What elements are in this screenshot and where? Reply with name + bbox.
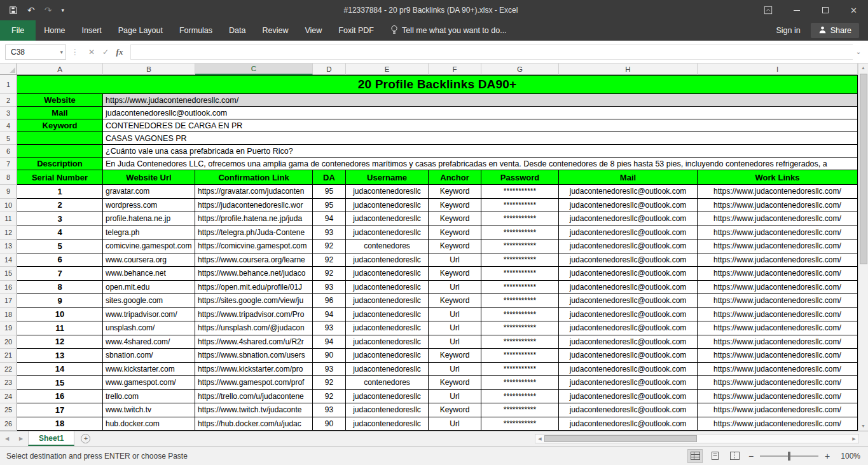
ribbon-display-options-icon[interactable] <box>754 0 782 20</box>
cell-E9[interactable]: judacontenedoresllc <box>346 185 429 199</box>
cell-D24[interactable]: 92 <box>313 390 346 404</box>
cell-H9[interactable]: judacontenedoresllc@outlook.com <box>559 185 698 199</box>
cell-H20[interactable]: judacontenedoresllc@outlook.com <box>559 335 698 349</box>
row-header-25[interactable]: 25 <box>0 403 17 417</box>
cell-F13[interactable]: Keyword <box>429 239 481 253</box>
cell-G12[interactable]: *********** <box>481 226 559 240</box>
horizontal-scrollbar-thumb[interactable] <box>544 435 697 442</box>
cell-A25[interactable]: 17 <box>17 403 103 417</box>
ribbon-tab-data[interactable]: Data <box>221 20 254 41</box>
cell-A3[interactable]: Mail <box>17 107 103 119</box>
cell-H14[interactable]: judacontenedoresllc@outlook.com <box>559 253 698 267</box>
sheet-nav-left-icon[interactable]: ◀ <box>0 431 14 446</box>
cell-I8[interactable]: Work Links <box>698 170 858 185</box>
column-header-D[interactable]: D <box>313 64 346 75</box>
name-box[interactable]: C38 ▾ <box>5 44 66 60</box>
cell-I18[interactable]: https://www.judacontenedoresllc.com/ <box>698 308 858 322</box>
row-header-14[interactable]: 14 <box>0 253 17 267</box>
cell-A21[interactable]: 13 <box>17 349 103 363</box>
cell-C9[interactable]: https://gravatar.com/judaconten <box>195 185 313 199</box>
cell-A9[interactable]: 1 <box>17 185 103 199</box>
cell-F12[interactable]: Keyword <box>429 226 481 240</box>
zoom-slider[interactable] <box>760 451 818 461</box>
cell-E10[interactable]: judacontenedoresllc <box>346 199 429 213</box>
page-break-view-icon[interactable] <box>727 449 742 463</box>
cell-F19[interactable]: Url <box>429 321 481 335</box>
vertical-scrollbar[interactable]: ▲ ▼ <box>858 64 868 431</box>
cell-G9[interactable]: *********** <box>481 185 559 199</box>
cell-I9[interactable]: https://www.judacontenedoresllc.com/ <box>698 185 858 199</box>
cell-A24[interactable]: 16 <box>17 390 103 404</box>
cell-H8[interactable]: Mail <box>559 170 698 185</box>
cell-B3[interactable]: judacontenedoresllc@outlook.com <box>103 107 858 119</box>
cell-A20[interactable]: 12 <box>17 335 103 349</box>
cell-E21[interactable]: judacontenedoresllc <box>346 349 429 363</box>
cell-H18[interactable]: judacontenedoresllc@outlook.com <box>559 308 698 322</box>
cell-F20[interactable]: Url <box>429 335 481 349</box>
share-button[interactable]: Share <box>811 23 859 38</box>
cell-H12[interactable]: judacontenedoresllc@outlook.com <box>559 226 698 240</box>
row-header-5[interactable]: 5 <box>0 132 17 145</box>
cancel-icon[interactable]: ✕ <box>85 48 99 57</box>
cell-I26[interactable]: https://www.judacontenedoresllc.com/ <box>698 417 858 431</box>
cell-B19[interactable]: unsplash.com/ <box>103 321 195 335</box>
formula-bar-expand-icon[interactable]: ⌄ <box>853 48 864 55</box>
cell-B4[interactable]: CONTENEDORES DE CARGA EN PR <box>103 119 858 132</box>
cell-H17[interactable]: judacontenedoresllc@outlook.com <box>559 294 698 308</box>
cell-G24[interactable]: *********** <box>481 390 559 404</box>
cell-A14[interactable]: 6 <box>17 253 103 267</box>
cell-A7[interactable]: Description <box>17 158 103 170</box>
page-layout-view-icon[interactable] <box>707 449 722 463</box>
row-header-11[interactable]: 11 <box>0 212 17 226</box>
cell-C8[interactable]: Confirmation Link <box>195 170 313 185</box>
cell-G19[interactable]: *********** <box>481 321 559 335</box>
cell-C23[interactable]: https://www.gamespot.com/prof <box>195 376 313 390</box>
undo-icon[interactable]: ↶ <box>27 6 35 15</box>
cell-F25[interactable]: Keyword <box>429 403 481 417</box>
row-header-16[interactable]: 16 <box>0 281 17 295</box>
ribbon-tab-view[interactable]: View <box>296 20 330 41</box>
cell-D10[interactable]: 95 <box>313 199 346 213</box>
zoom-out-icon[interactable]: − <box>747 451 755 461</box>
minimize-button[interactable] <box>782 0 811 20</box>
cell-I25[interactable]: https://www.judacontenedoresllc.com/ <box>698 403 858 417</box>
cell-A19[interactable]: 11 <box>17 321 103 335</box>
cell-G11[interactable]: *********** <box>481 212 559 226</box>
cell-B10[interactable]: wordpress.com <box>103 199 195 213</box>
cell-A11[interactable]: 3 <box>17 212 103 226</box>
row-header-6[interactable]: 6 <box>0 145 17 158</box>
cell-A12[interactable]: 4 <box>17 226 103 240</box>
cell-B18[interactable]: www.tripadvisor.com/ <box>103 308 195 322</box>
column-header-G[interactable]: G <box>481 64 559 75</box>
cell-F9[interactable]: Keyword <box>429 185 481 199</box>
cell-G20[interactable]: *********** <box>481 335 559 349</box>
scroll-right-icon[interactable]: ▶ <box>850 435 858 443</box>
cell-E19[interactable]: judacontenedoresllc <box>346 321 429 335</box>
cell-C22[interactable]: https://www.kickstarter.com/pro <box>195 363 313 377</box>
cell-A10[interactable]: 2 <box>17 199 103 213</box>
cell-B24[interactable]: trello.com <box>103 390 195 404</box>
column-header-F[interactable]: F <box>429 64 481 75</box>
cell-D23[interactable]: 92 <box>313 376 346 390</box>
cell-D19[interactable]: 93 <box>313 321 346 335</box>
cell-D13[interactable]: 92 <box>313 239 346 253</box>
cell-B14[interactable]: www.coursera.org <box>103 253 195 267</box>
cell-B11[interactable]: profile.hatena.ne.jp <box>103 212 195 226</box>
cell-A6[interactable] <box>17 145 103 158</box>
cell-G26[interactable]: *********** <box>481 417 559 431</box>
cell-D14[interactable]: 92 <box>313 253 346 267</box>
cell-E24[interactable]: judacontenedoresllc <box>346 390 429 404</box>
cell-B23[interactable]: www.gamespot.com/ <box>103 376 195 390</box>
cell-C15[interactable]: https://www.behance.net/judaco <box>195 267 313 281</box>
cell-C25[interactable]: https://www.twitch.tv/judaconte <box>195 403 313 417</box>
cell-I15[interactable]: https://www.judacontenedoresllc.com/ <box>698 267 858 281</box>
tell-me-box[interactable]: Tell me what you want to do... <box>382 20 515 41</box>
cell-I24[interactable]: https://www.judacontenedoresllc.com/ <box>698 390 858 404</box>
select-all-corner[interactable] <box>0 64 17 75</box>
cell-H26[interactable]: judacontenedoresllc@outlook.com <box>559 417 698 431</box>
horizontal-scrollbar[interactable]: ◀ ▶ <box>535 434 859 443</box>
cell-D26[interactable]: 90 <box>313 417 346 431</box>
cell-A26[interactable]: 18 <box>17 417 103 431</box>
cell-A15[interactable]: 7 <box>17 267 103 281</box>
cell-E25[interactable]: judacontenedoresllc <box>346 403 429 417</box>
